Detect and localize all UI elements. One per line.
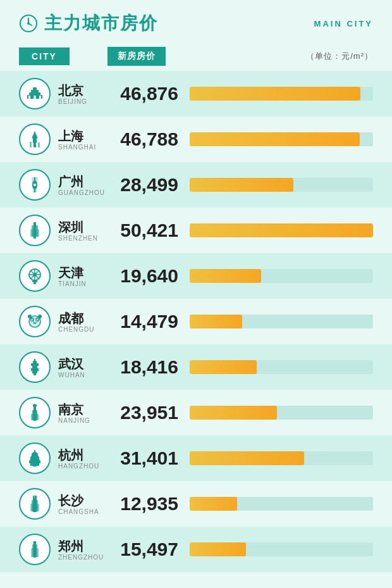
city-icon-tianjin <box>19 260 51 292</box>
price-bar-fill <box>190 223 373 237</box>
price-bar-container <box>190 87 373 101</box>
price-bar-container <box>190 542 373 556</box>
city-icon-chengdu <box>19 306 51 337</box>
city-name-block: 武汉 WUHAN <box>58 356 109 378</box>
header-subtitle: MAIN CITY <box>314 19 373 28</box>
svg-point-15 <box>34 134 37 137</box>
price-bar-fill <box>190 269 261 283</box>
price-bar-fill <box>190 132 360 146</box>
price-bar-container <box>190 406 373 420</box>
price-bar-container <box>190 497 373 511</box>
city-name-block: 天津 TIANJIN <box>58 265 109 287</box>
city-name-en: CHANGSHA <box>58 508 109 515</box>
city-name-zh: 深圳 <box>58 220 109 235</box>
price-value: 46,788 <box>115 128 178 150</box>
table-row: 武汉 WUHAN 18,416 <box>0 344 392 390</box>
city-name-en: NANJING <box>58 417 109 424</box>
price-value: 23,951 <box>115 402 178 423</box>
svg-rect-20 <box>34 189 35 192</box>
city-name-en: WUHAN <box>58 372 109 378</box>
city-name-en: BEIJING <box>58 98 109 105</box>
price-bar-container <box>190 360 373 374</box>
table-row: 广州 GUANGZHOU 28,499 <box>0 162 392 208</box>
svg-rect-72 <box>31 548 39 557</box>
header: 主力城市房价 MAIN CITY <box>0 0 392 42</box>
svg-rect-61 <box>30 457 39 460</box>
city-icon-nanjing <box>19 397 51 428</box>
svg-rect-63 <box>29 461 40 463</box>
page-wrapper: 主力城市房价 MAIN CITY CITY 新房房价 （单位：元/m²） 北京 … <box>0 0 392 588</box>
svg-point-21 <box>34 184 36 186</box>
price-value: 18,416 <box>115 356 178 378</box>
price-bar-fill <box>190 178 293 192</box>
svg-rect-25 <box>34 222 35 224</box>
svg-rect-19 <box>34 177 35 181</box>
unit-label: （单位：元/m²） <box>306 51 373 62</box>
city-name-en: ZHENGZHOU <box>58 554 109 561</box>
price-value: 31,401 <box>115 447 178 469</box>
svg-marker-58 <box>32 452 37 453</box>
svg-point-44 <box>38 315 42 318</box>
city-name-zh: 广州 <box>58 174 109 189</box>
city-name-block: 成都 CHENGDU <box>58 311 109 333</box>
city-name-zh: 杭州 <box>58 447 109 463</box>
city-name-zh: 南京 <box>58 402 109 417</box>
city-name-zh: 郑州 <box>58 539 109 554</box>
city-name-block: 南京 NANJING <box>58 402 109 424</box>
city-name-block: 北京 BEIJING <box>58 83 109 105</box>
city-icon-shanghai <box>19 123 51 155</box>
table-row: 深圳 SHENZHEN 50,421 <box>0 208 392 253</box>
price-value: 19,640 <box>115 265 178 287</box>
svg-rect-47 <box>31 368 39 371</box>
svg-rect-54 <box>31 414 39 420</box>
table-row: 长沙 CHANGSHA 12,935 <box>0 481 392 527</box>
price-bar-fill <box>190 406 277 420</box>
city-name-zh: 上海 <box>58 128 109 144</box>
city-name-en: GUANGZHOU <box>58 189 109 196</box>
price-value: 50,421 <box>115 220 178 241</box>
city-name-en: TIANJIN <box>58 280 109 287</box>
city-name-en: CHENGDU <box>58 326 109 333</box>
svg-rect-48 <box>32 366 37 368</box>
svg-rect-17 <box>38 142 40 147</box>
city-rows: 北京 BEIJING 46,876 上海 SHANGHAI 46,788 <box>0 71 392 572</box>
svg-point-3 <box>27 22 30 25</box>
svg-rect-50 <box>33 361 37 363</box>
price-bar-fill <box>190 451 304 465</box>
svg-rect-6 <box>31 90 39 92</box>
city-name-block: 深圳 SHENZHEN <box>58 220 109 242</box>
table-row: 成都 CHENGDU 14,479 <box>0 299 392 344</box>
price-bar-fill <box>190 497 237 511</box>
city-name-zh: 武汉 <box>58 356 109 372</box>
price-bar-container <box>190 269 373 283</box>
svg-rect-9 <box>34 96 36 99</box>
city-name-block: 上海 SHANGHAI <box>58 128 109 151</box>
svg-rect-8 <box>28 96 30 99</box>
price-bar-container <box>190 451 373 465</box>
svg-rect-46 <box>32 371 37 373</box>
table-row: 郑州 ZHENGZHOU 15,497 <box>0 527 392 572</box>
svg-point-43 <box>28 315 32 318</box>
city-column-label: CITY <box>19 47 70 65</box>
svg-point-41 <box>37 320 39 321</box>
svg-rect-69 <box>34 496 35 498</box>
price-bar-fill <box>190 360 257 374</box>
city-name-en: HANGZHOU <box>58 463 109 470</box>
city-icon-changsha <box>19 488 51 520</box>
page-title: 主力城市房价 <box>44 11 158 35</box>
svg-rect-65 <box>33 466 37 466</box>
price-column-label: 新房房价 <box>107 47 166 66</box>
price-bar-fill <box>190 315 242 328</box>
table-row: 北京 BEIJING 46,876 <box>0 71 392 116</box>
svg-rect-16 <box>30 142 32 147</box>
svg-rect-74 <box>35 541 35 543</box>
city-name-block: 郑州 ZHENGZHOU <box>58 539 109 561</box>
city-name-block: 广州 GUANGZHOU <box>58 174 109 196</box>
city-icon-beijing <box>19 78 51 109</box>
svg-rect-24 <box>30 229 39 237</box>
price-value: 12,935 <box>115 493 178 515</box>
svg-rect-57 <box>34 450 35 452</box>
svg-point-40 <box>32 320 34 321</box>
city-name-en: SHANGHAI <box>58 144 109 151</box>
table-row: 天津 TIANJIN 19,640 <box>0 253 392 299</box>
